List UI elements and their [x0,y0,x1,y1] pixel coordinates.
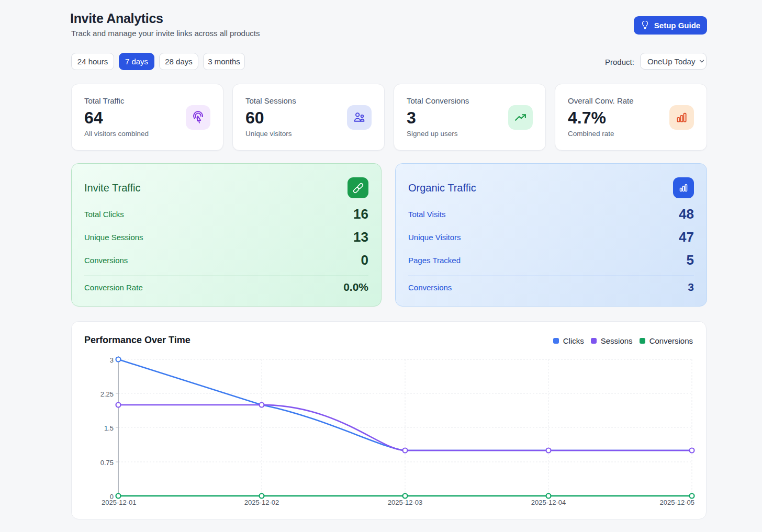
svg-text:3: 3 [110,356,114,364]
svg-text:2025-12-04: 2025-12-04 [531,499,566,506]
svg-text:1.5: 1.5 [104,424,114,432]
svg-text:2.25: 2.25 [100,390,114,398]
svg-text:2025-12-03: 2025-12-03 [388,499,423,506]
svg-text:2025-12-05: 2025-12-05 [660,499,695,506]
svg-text:2025-12-01: 2025-12-01 [102,499,137,506]
svg-text:0.75: 0.75 [100,459,114,467]
svg-text:2025-12-02: 2025-12-02 [244,499,279,506]
